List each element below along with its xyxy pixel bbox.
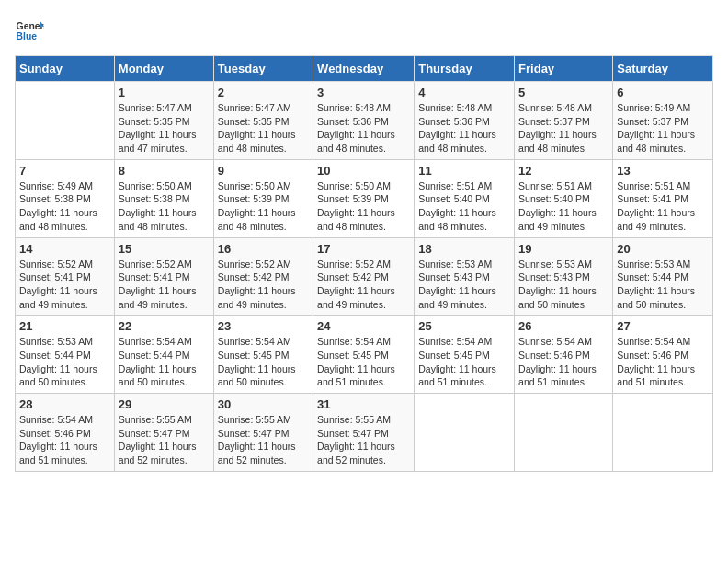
day-info: Sunrise: 5:48 AM Sunset: 5:36 PM Dayligh… (418, 101, 510, 155)
calendar-cell: 21Sunrise: 5:53 AM Sunset: 5:44 PM Dayli… (16, 316, 115, 394)
day-number: 8 (119, 164, 210, 178)
calendar-cell: 10Sunrise: 5:50 AM Sunset: 5:39 PM Dayli… (313, 159, 415, 237)
day-number: 2 (218, 86, 309, 99)
day-info: Sunrise: 5:54 AM Sunset: 5:45 PM Dayligh… (418, 335, 510, 389)
weekday-header: Friday (515, 56, 613, 82)
day-number: 19 (518, 242, 609, 256)
weekday-header: Thursday (415, 56, 515, 82)
day-info: Sunrise: 5:55 AM Sunset: 5:47 PM Dayligh… (218, 413, 309, 467)
day-info: Sunrise: 5:54 AM Sunset: 5:44 PM Dayligh… (119, 335, 210, 389)
calendar-cell: 29Sunrise: 5:55 AM Sunset: 5:47 PM Dayli… (114, 394, 213, 472)
day-number: 31 (317, 397, 410, 411)
calendar-cell (515, 394, 613, 472)
svg-text:Blue: Blue (17, 31, 38, 41)
calendar-week-row: 21Sunrise: 5:53 AM Sunset: 5:44 PM Dayli… (16, 316, 713, 394)
day-number: 20 (617, 242, 709, 256)
day-info: Sunrise: 5:50 AM Sunset: 5:39 PM Dayligh… (218, 179, 309, 234)
day-info: Sunrise: 5:52 AM Sunset: 5:41 PM Dayligh… (119, 258, 210, 312)
calendar-cell: 4Sunrise: 5:48 AM Sunset: 5:36 PM Daylig… (415, 82, 515, 160)
calendar-cell: 15Sunrise: 5:52 AM Sunset: 5:41 PM Dayli… (114, 237, 213, 316)
day-info: Sunrise: 5:52 AM Sunset: 5:41 PM Dayligh… (19, 258, 110, 312)
day-number: 17 (317, 242, 410, 256)
day-number: 30 (218, 397, 309, 411)
calendar-cell: 11Sunrise: 5:51 AM Sunset: 5:40 PM Dayli… (415, 159, 515, 237)
day-info: Sunrise: 5:54 AM Sunset: 5:46 PM Dayligh… (617, 335, 709, 389)
day-info: Sunrise: 5:47 AM Sunset: 5:35 PM Dayligh… (119, 101, 210, 155)
day-number: 21 (19, 319, 110, 333)
calendar-cell: 5Sunrise: 5:48 AM Sunset: 5:37 PM Daylig… (515, 82, 613, 160)
day-info: Sunrise: 5:54 AM Sunset: 5:46 PM Dayligh… (518, 335, 609, 389)
calendar-cell: 3Sunrise: 5:48 AM Sunset: 5:36 PM Daylig… (313, 82, 415, 160)
day-info: Sunrise: 5:53 AM Sunset: 5:43 PM Dayligh… (418, 258, 510, 312)
day-number: 24 (317, 319, 410, 333)
calendar-cell: 7Sunrise: 5:49 AM Sunset: 5:38 PM Daylig… (16, 159, 115, 237)
calendar-cell: 27Sunrise: 5:54 AM Sunset: 5:46 PM Dayli… (613, 316, 713, 394)
day-info: Sunrise: 5:54 AM Sunset: 5:45 PM Dayligh… (317, 335, 410, 389)
header: General Blue (15, 15, 713, 44)
calendar-cell: 9Sunrise: 5:50 AM Sunset: 5:39 PM Daylig… (213, 159, 313, 237)
calendar-cell: 22Sunrise: 5:54 AM Sunset: 5:44 PM Dayli… (114, 316, 213, 394)
calendar-cell: 24Sunrise: 5:54 AM Sunset: 5:45 PM Dayli… (313, 316, 415, 394)
day-info: Sunrise: 5:49 AM Sunset: 5:38 PM Dayligh… (19, 179, 110, 234)
calendar-cell: 6Sunrise: 5:49 AM Sunset: 5:37 PM Daylig… (613, 82, 713, 160)
day-info: Sunrise: 5:53 AM Sunset: 5:44 PM Dayligh… (19, 335, 110, 389)
day-info: Sunrise: 5:55 AM Sunset: 5:47 PM Dayligh… (317, 413, 410, 467)
calendar-cell (613, 394, 713, 472)
day-info: Sunrise: 5:52 AM Sunset: 5:42 PM Dayligh… (317, 258, 410, 312)
weekday-header: Monday (114, 56, 213, 82)
day-number: 6 (617, 86, 709, 99)
calendar-cell: 26Sunrise: 5:54 AM Sunset: 5:46 PM Dayli… (515, 316, 613, 394)
day-number: 5 (518, 86, 609, 99)
day-info: Sunrise: 5:54 AM Sunset: 5:45 PM Dayligh… (218, 335, 309, 389)
day-info: Sunrise: 5:48 AM Sunset: 5:37 PM Dayligh… (518, 101, 609, 155)
day-number: 18 (418, 242, 510, 256)
weekday-header: Tuesday (213, 56, 313, 82)
calendar-cell: 20Sunrise: 5:53 AM Sunset: 5:44 PM Dayli… (613, 237, 713, 316)
day-number: 25 (418, 319, 510, 333)
day-info: Sunrise: 5:47 AM Sunset: 5:35 PM Dayligh… (218, 101, 309, 155)
day-number: 22 (119, 319, 210, 333)
calendar-cell: 2Sunrise: 5:47 AM Sunset: 5:35 PM Daylig… (213, 82, 313, 160)
day-number: 26 (518, 319, 609, 333)
day-number: 1 (119, 86, 210, 99)
calendar-cell: 17Sunrise: 5:52 AM Sunset: 5:42 PM Dayli… (313, 237, 415, 316)
calendar-cell: 16Sunrise: 5:52 AM Sunset: 5:42 PM Dayli… (213, 237, 313, 316)
day-number: 3 (317, 86, 410, 99)
calendar-cell (415, 394, 515, 472)
day-info: Sunrise: 5:54 AM Sunset: 5:46 PM Dayligh… (19, 413, 110, 467)
day-info: Sunrise: 5:53 AM Sunset: 5:44 PM Dayligh… (617, 258, 709, 312)
calendar-cell: 12Sunrise: 5:51 AM Sunset: 5:40 PM Dayli… (515, 159, 613, 237)
logo: General Blue (15, 15, 48, 44)
day-number: 15 (119, 242, 210, 256)
calendar-cell (16, 82, 115, 160)
day-number: 29 (119, 397, 210, 411)
weekday-header: Saturday (613, 56, 713, 82)
day-info: Sunrise: 5:49 AM Sunset: 5:37 PM Dayligh… (617, 101, 709, 155)
calendar-week-row: 14Sunrise: 5:52 AM Sunset: 5:41 PM Dayli… (16, 237, 713, 316)
day-info: Sunrise: 5:53 AM Sunset: 5:43 PM Dayligh… (518, 258, 609, 312)
day-number: 11 (418, 164, 510, 178)
weekday-header: Wednesday (313, 56, 415, 82)
day-info: Sunrise: 5:52 AM Sunset: 5:42 PM Dayligh… (218, 258, 309, 312)
calendar-cell: 30Sunrise: 5:55 AM Sunset: 5:47 PM Dayli… (213, 394, 313, 472)
day-info: Sunrise: 5:55 AM Sunset: 5:47 PM Dayligh… (119, 413, 210, 467)
day-number: 23 (218, 319, 309, 333)
calendar-week-row: 1Sunrise: 5:47 AM Sunset: 5:35 PM Daylig… (16, 82, 713, 160)
day-info: Sunrise: 5:51 AM Sunset: 5:40 PM Dayligh… (518, 179, 609, 234)
weekday-header: Sunday (16, 56, 115, 82)
day-info: Sunrise: 5:51 AM Sunset: 5:41 PM Dayligh… (617, 179, 709, 234)
day-number: 13 (617, 164, 709, 178)
weekday-header-row: SundayMondayTuesdayWednesdayThursdayFrid… (16, 56, 713, 82)
calendar-cell: 25Sunrise: 5:54 AM Sunset: 5:45 PM Dayli… (415, 316, 515, 394)
day-info: Sunrise: 5:48 AM Sunset: 5:36 PM Dayligh… (317, 101, 410, 155)
day-number: 12 (518, 164, 609, 178)
day-number: 10 (317, 164, 410, 178)
day-info: Sunrise: 5:51 AM Sunset: 5:40 PM Dayligh… (418, 179, 510, 234)
calendar-week-row: 28Sunrise: 5:54 AM Sunset: 5:46 PM Dayli… (16, 394, 713, 472)
calendar-cell: 8Sunrise: 5:50 AM Sunset: 5:38 PM Daylig… (114, 159, 213, 237)
calendar-cell: 13Sunrise: 5:51 AM Sunset: 5:41 PM Dayli… (613, 159, 713, 237)
calendar-table: SundayMondayTuesdayWednesdayThursdayFrid… (15, 55, 713, 472)
day-number: 28 (19, 397, 110, 411)
day-number: 4 (418, 86, 510, 99)
day-number: 27 (617, 319, 709, 333)
